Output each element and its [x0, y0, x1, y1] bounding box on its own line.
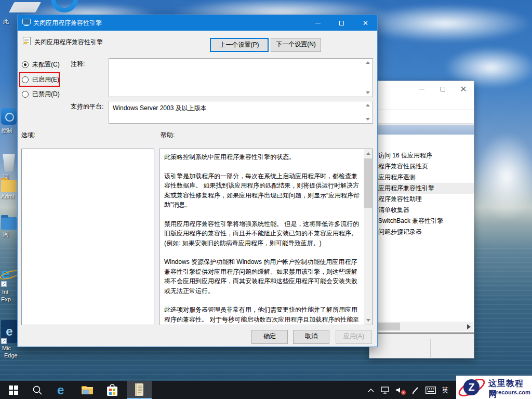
scroll-down-icon[interactable] [366, 118, 370, 121]
bgwindow-column-header[interactable] [369, 125, 474, 135]
taskbar-gpedit-button[interactable] [127, 381, 152, 399]
help-scrollbar[interactable] [364, 149, 373, 325]
radio-enabled[interactable]: 已启用(E) [22, 76, 59, 84]
radio-label: 已启用(E) [32, 75, 59, 84]
maximize-button[interactable] [330, 15, 353, 31]
maximize-button[interactable] [432, 81, 453, 97]
next-setting-button[interactable]: 下一个设置(N) [271, 38, 321, 52]
search-icon [32, 385, 43, 395]
close-button[interactable]: ✕ [453, 81, 474, 97]
policy-setting-name: 关闭应用程序兼容性引擎 [34, 38, 103, 47]
help-paragraph: 禁用应用程序兼容性引擎将增强系统性能。 但是，这将降低许多流行的旧版应用程序的兼… [164, 219, 360, 248]
radio-icon [22, 61, 29, 68]
group-policy-icon [134, 383, 145, 396]
bgwindow-statusbar [369, 334, 474, 358]
taskbar-search-button[interactable] [27, 381, 48, 399]
policy-list-item-selected[interactable]: 应用程序兼容性引擎 [369, 183, 474, 194]
policy-setting-dialog[interactable]: 关闭应用程序兼容性引擎 ✕ 关闭应用程序兼容性引擎 上一个设置(P) 下一个设置… [17, 15, 378, 347]
ok-button[interactable]: 确定 [251, 330, 288, 344]
chevron-up-icon [367, 388, 375, 393]
radio-not-configured[interactable]: 未配置(C) [22, 61, 60, 69]
policy-list-item[interactable]: SwitchBack 兼容性引擎 [369, 216, 474, 227]
radio-disabled[interactable]: 已禁用(D) [22, 90, 60, 98]
radio-label: 已禁用(D) [32, 90, 60, 99]
help-paragraph: 此选项对服务器管理员非常有用，他们需要更快的性能并了解所用应用程序的兼容性。 对… [164, 305, 360, 325]
bgwindow-titlebar[interactable]: ✕ [369, 81, 474, 97]
platform-scroll[interactable] [364, 102, 372, 123]
taskbar-explorer-button[interactable] [77, 381, 98, 399]
pen-icon [411, 386, 420, 394]
options-label: 选项: [21, 131, 35, 140]
folder-icon [1, 180, 17, 192]
dialog-titlebar[interactable]: 关闭应用程序兼容性引擎 ✕ [18, 15, 377, 31]
minimize-button[interactable] [306, 15, 329, 31]
scroll-up-button[interactable] [364, 149, 373, 158]
help-paragraph: 该引擎是加载程序的一部分，每次在系统上启动应用程序时，都检查兼容性数据库。 如果… [164, 171, 360, 210]
minimize-button[interactable] [411, 81, 432, 97]
cloud [358, 4, 532, 43]
keyboard-icon [425, 387, 436, 394]
platform-label: 支持的平台: [71, 102, 103, 111]
dialog-title: 关闭应用程序兼容性引擎 [33, 15, 102, 31]
shortcut-arrow-icon: ↗ [1, 281, 7, 287]
tray-show-hidden-icons[interactable] [364, 381, 378, 399]
scroll-up-icon[interactable] [366, 61, 370, 64]
options-panel [21, 149, 154, 325]
close-button[interactable]: ✕ [354, 15, 377, 31]
tray-touch-keyboard[interactable] [423, 381, 438, 399]
policy-list-item[interactable]: 应用程序遥测 [369, 172, 474, 183]
cloud [475, 132, 532, 221]
start-button[interactable] [3, 381, 24, 399]
scroll-down-icon[interactable] [366, 91, 370, 94]
maximize-icon [339, 21, 344, 25]
scroll-right-icon[interactable] [467, 324, 471, 329]
apply-button[interactable]: 应用(A) [336, 330, 372, 344]
file-explorer-icon [81, 385, 94, 395]
taskbar-store-button[interactable] [102, 381, 123, 399]
scroll-up-icon[interactable] [366, 104, 370, 107]
comment-scroll[interactable] [364, 59, 372, 96]
watermark-title: 这里教程网 [488, 378, 532, 399]
divider [430, 339, 431, 358]
watermark-badge: Z 这里教程网 herecours.com [456, 376, 532, 399]
control-panel-icon [1, 108, 17, 125]
help-label: 帮助: [161, 131, 175, 140]
help-paragraph: 此策略控制系统中应用程序兼容性引擎的状态。 [164, 152, 360, 162]
policy-setting-icon [23, 37, 31, 45]
tray-volume-muted[interactable]: ✕ [393, 381, 407, 399]
minimize-icon [315, 23, 321, 23]
comment-input[interactable] [109, 58, 373, 97]
taskbar: e [0, 381, 532, 399]
supported-platform-box[interactable]: Windows Server 2003 及以上版本 [109, 101, 373, 124]
scroll-up-icon [366, 152, 370, 155]
platform-value: Windows Server 2003 及以上版本 [113, 104, 207, 113]
watermark-logo-icon: Z [463, 379, 480, 395]
ime-label: 英 [442, 385, 449, 395]
this-pc-icon [9, 2, 42, 12]
policy-list-item[interactable]: 清单收集器 [369, 205, 474, 216]
radio-label: 未配置(C) [32, 60, 60, 69]
scroll-down-button[interactable] [364, 316, 373, 325]
policy-list-item[interactable]: 程序兼容性助理 [369, 194, 474, 205]
radio-icon [22, 76, 29, 83]
help-text: 此策略控制系统中应用程序兼容性引擎的状态。 该引擎是加载程序的一部分，每次在系统… [159, 149, 364, 325]
tray-ime-indicator[interactable]: 英 [438, 381, 452, 399]
gpedit-icon [22, 19, 31, 26]
horizontal-scrollbar[interactable] [370, 322, 473, 331]
cancel-button[interactable]: 取消 [293, 330, 329, 344]
tray-pen-icon[interactable] [408, 381, 423, 399]
tray-network-icon[interactable] [378, 381, 393, 399]
policy-list-item[interactable]: 问题步骤记录器 [369, 227, 474, 237]
minimize-icon [419, 89, 424, 89]
desktop: 此 控制 回 Admi 网 e ↗ Int Exp e ↗ Mic Edge ✕ [0, 0, 532, 399]
desktop-icon-microsoft-edge[interactable]: e ↗ [1, 320, 19, 344]
scrollbar-thumb[interactable] [364, 158, 372, 208]
desktop-icon-label[interactable]: Edge [4, 352, 35, 358]
gpedit-main-window[interactable]: ✕ 访问 16 位应用程序 程序兼容性属性页 应用程序遥测 应用程序兼容性引擎 … [369, 81, 474, 358]
policy-list-item[interactable]: 访问 16 位应用程序 [369, 150, 474, 161]
previous-setting-button[interactable]: 上一个设置(P) [210, 38, 269, 52]
windows-logo-icon [9, 385, 18, 395]
close-icon: ✕ [460, 84, 467, 94]
taskbar-edge-button[interactable]: e [52, 381, 73, 399]
policy-list-item[interactable]: 程序兼容性属性页 [369, 161, 474, 172]
